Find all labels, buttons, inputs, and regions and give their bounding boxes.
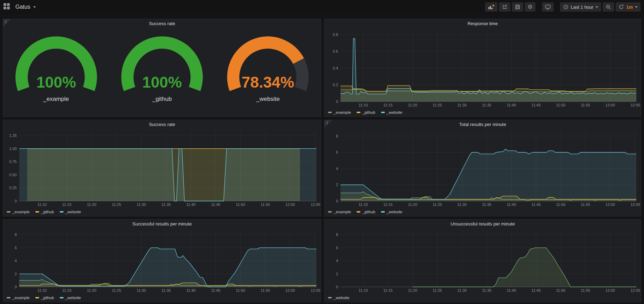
navbar: Gatus ⚙ <box>0 0 644 14</box>
svg-text:4: 4 <box>336 259 338 263</box>
svg-text:11:30: 11:30 <box>137 288 146 292</box>
legend-swatch <box>328 211 332 213</box>
settings-button[interactable]: ⚙ <box>525 2 535 12</box>
svg-text:12:05: 12:05 <box>310 202 320 207</box>
svg-text:4: 4 <box>336 166 338 171</box>
legend-item-_example[interactable]: _example <box>328 110 351 114</box>
legend-item-_example[interactable]: _example <box>7 296 30 300</box>
legend-item-_github[interactable]: _github <box>357 110 375 114</box>
legend-swatch <box>35 297 39 298</box>
legend-item-_github[interactable]: _github <box>35 296 54 300</box>
svg-text:1.25: 1.25 <box>9 133 17 138</box>
legend-swatch <box>35 211 39 213</box>
legend-series-name: _example <box>12 296 30 300</box>
svg-text:12:05: 12:05 <box>310 288 320 292</box>
zoom-out-button[interactable] <box>603 2 614 12</box>
cycle-view-button[interactable] <box>542 2 554 12</box>
chevron-down-icon <box>635 6 638 8</box>
share-icon <box>502 4 507 10</box>
gauge-arc: 100% <box>113 33 211 94</box>
panel-title[interactable]: Unsuccessful results per minute <box>324 220 641 229</box>
svg-text:11:20: 11:20 <box>408 202 417 207</box>
time-range-label: Last 1 hour <box>571 5 593 10</box>
svg-text:11:50: 11:50 <box>556 202 565 207</box>
legend-item-_website[interactable]: _website <box>60 210 81 214</box>
svg-text:11:20: 11:20 <box>408 288 417 292</box>
panel-title[interactable]: Successful results per minute <box>3 220 321 229</box>
chart-legend: _example_github_website <box>7 294 319 301</box>
legend-swatch <box>357 211 360 213</box>
legend-item-_github[interactable]: _github <box>357 210 375 214</box>
svg-text:11:40: 11:40 <box>507 103 516 107</box>
legend-series-name: _website <box>65 210 81 214</box>
svg-text:0: 0 <box>15 199 17 203</box>
chart-plot-response-time[interactable]: 00.20.40.60.811:1011:1511:2011:2511:3011… <box>324 28 641 108</box>
panel-title[interactable]: Total results per minute <box>324 120 641 129</box>
svg-text:11:25: 11:25 <box>112 202 121 207</box>
add-panel-button[interactable] <box>485 2 497 12</box>
svg-text:11:45: 11:45 <box>211 288 220 292</box>
svg-text:11:15: 11:15 <box>383 288 393 292</box>
save-button[interactable] <box>512 2 523 12</box>
svg-text:11:45: 11:45 <box>211 202 220 207</box>
legend-item-_website[interactable]: _website <box>60 296 81 300</box>
chart-plot-success-rate[interactable]: 00.250.500.751.001.2511:1011:1511:2011:2… <box>3 129 321 208</box>
panel-info-icon[interactable]: i <box>324 120 332 128</box>
gauge-value: 78.34% <box>242 74 294 91</box>
panel-title[interactable]: Response time <box>324 19 641 28</box>
svg-text:12:00: 12:00 <box>285 288 295 292</box>
panel-title[interactable]: Success rate <box>3 120 321 129</box>
chart-plot-total-results[interactable]: 0246811:1011:1511:2011:2511:3011:3511:40… <box>324 129 641 208</box>
share-button[interactable] <box>499 2 510 12</box>
refresh-button[interactable]: 1m <box>616 2 641 12</box>
svg-text:6: 6 <box>336 150 338 154</box>
svg-text:11:40: 11:40 <box>186 288 196 292</box>
legend-item-_website[interactable]: _website <box>381 110 402 114</box>
svg-text:12:00: 12:00 <box>605 103 615 107</box>
legend-item-_website[interactable]: _website <box>328 296 349 300</box>
svg-text:11:10: 11:10 <box>37 288 47 292</box>
svg-text:0.25: 0.25 <box>9 186 17 190</box>
svg-text:6: 6 <box>15 246 17 250</box>
time-range-button[interactable]: Last 1 hour <box>560 2 601 12</box>
svg-text:11:45: 11:45 <box>532 202 541 207</box>
panel-info-icon[interactable]: i <box>3 19 11 27</box>
gauge-value: 100% <box>142 74 182 91</box>
svg-text:11:25: 11:25 <box>112 288 121 292</box>
legend-item-_example[interactable]: _example <box>328 210 351 214</box>
legend-item-_example[interactable]: _example <box>7 210 30 214</box>
svg-text:11:50: 11:50 <box>236 288 245 292</box>
panel-title[interactable]: Success rate <box>3 19 321 28</box>
refresh-interval-label: 1m <box>626 5 633 10</box>
gauge-value: 100% <box>36 74 76 91</box>
svg-text:11:50: 11:50 <box>556 103 565 107</box>
svg-text:11:55: 11:55 <box>581 288 590 292</box>
monitor-icon <box>545 4 551 10</box>
panel-response-time: Response time 00.20.40.60.811:1011:1511:… <box>324 19 641 117</box>
chart-plot-unsuccessful-results[interactable]: 0246811:1011:1511:2011:2511:3011:3511:40… <box>324 229 641 294</box>
svg-text:11:35: 11:35 <box>161 288 171 292</box>
svg-text:1.00: 1.00 <box>9 147 17 151</box>
legend-swatch <box>381 112 385 113</box>
dashboard-title-button[interactable]: Gatus <box>15 4 36 10</box>
svg-text:11:10: 11:10 <box>359 288 368 292</box>
svg-text:12:05: 12:05 <box>630 202 640 207</box>
svg-text:11:10: 11:10 <box>359 103 368 107</box>
legend-series-name: _github <box>362 110 375 114</box>
legend-item-_github[interactable]: _github <box>35 210 54 214</box>
gauge-label: _github <box>152 96 172 103</box>
svg-text:11:25: 11:25 <box>433 202 442 207</box>
bar-chart-add-icon <box>488 4 495 10</box>
svg-text:8: 8 <box>15 232 17 237</box>
legend-series-name: _website <box>334 296 349 300</box>
svg-text:11:15: 11:15 <box>62 202 72 207</box>
grid-menu-icon[interactable] <box>3 3 11 11</box>
chart-plot-successful-results[interactable]: 0246811:1011:1511:2011:2511:3011:3511:40… <box>3 229 321 294</box>
gauge-_github: 100%_github <box>110 33 214 103</box>
svg-text:11:30: 11:30 <box>457 202 467 207</box>
gauge-arc: 78.34% <box>219 33 317 94</box>
legend-swatch <box>60 297 64 298</box>
legend-item-_website[interactable]: _website <box>381 210 402 214</box>
svg-text:2: 2 <box>15 272 17 276</box>
svg-text:12:00: 12:00 <box>605 288 615 292</box>
